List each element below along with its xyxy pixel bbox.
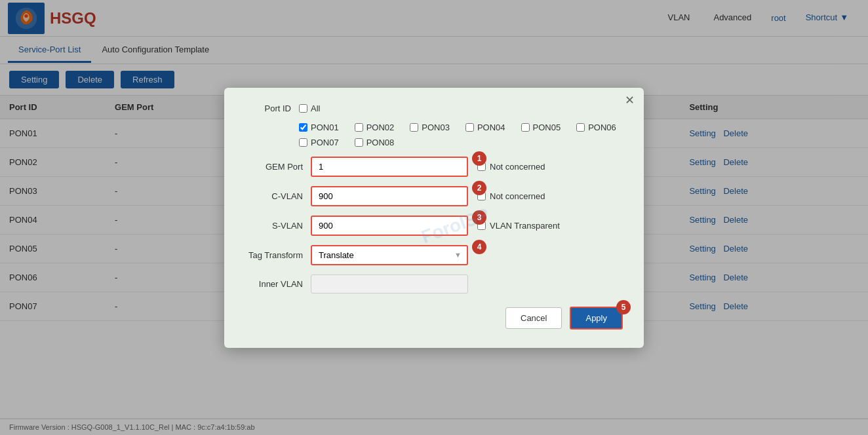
port-id-row: Port ID All <box>245 104 623 113</box>
svlan-row: S-VLAN 3 VLAN Transparent <box>245 216 623 236</box>
badge-4: 4 <box>472 240 486 254</box>
modal-overlay: ForoISP ✕ Port ID All PON01 PON02 PON03 <box>0 0 868 435</box>
pon06-checkbox[interactable] <box>576 123 585 132</box>
svlan-transparent-option: VLAN Transparent <box>477 221 560 231</box>
badge-1: 1 <box>472 151 486 166</box>
all-checkbox-item: All <box>299 104 320 113</box>
pon04-label: PON04 <box>477 123 505 132</box>
apply-button[interactable]: Apply <box>570 307 623 330</box>
pon06-label: PON06 <box>588 123 616 132</box>
pon08-label: PON08 <box>366 138 395 147</box>
badge-2: 2 <box>472 181 486 195</box>
inner-vlan-input[interactable] <box>311 274 468 293</box>
pon05-checkbox[interactable] <box>521 123 530 132</box>
pon05-label: PON05 <box>533 123 561 132</box>
cvlan-label: C-VLAN <box>245 191 311 201</box>
pon04-checkbox[interactable] <box>465 123 474 132</box>
pon03-label: PON03 <box>422 123 450 132</box>
pon07-checkbox[interactable] <box>299 138 307 147</box>
all-label: All <box>311 104 320 113</box>
pon08-checkbox[interactable] <box>355 138 363 147</box>
cvlan-input[interactable] <box>311 186 468 206</box>
inner-vlan-row: Inner VLAN <box>245 274 623 293</box>
pon04-checkbox-item: PON04 <box>465 123 505 132</box>
pon07-label: PON07 <box>311 138 339 147</box>
pon01-checkbox-item: PON01 <box>299 123 339 132</box>
cvlan-not-concerned-option: Not concerned <box>477 191 545 201</box>
pon03-checkbox-item: PON03 <box>410 123 450 132</box>
pon01-label: PON01 <box>311 123 339 132</box>
pon06-checkbox-item: PON06 <box>576 123 616 132</box>
gem-port-label: GEM Port <box>245 162 311 172</box>
badge-5: 5 <box>616 300 631 314</box>
badge-3: 3 <box>472 210 486 225</box>
pon02-checkbox[interactable] <box>355 123 363 132</box>
svlan-input[interactable] <box>311 216 468 236</box>
svlan-transparent-label: VLAN Transparent <box>490 221 560 231</box>
pon-checkbox-group: PON01 PON02 PON03 PON04 PON05 PON06 <box>299 123 623 147</box>
modal-dialog: ForoISP ✕ Port ID All PON01 PON02 PON03 <box>224 88 644 348</box>
gem-port-not-concerned-option: Not concerned <box>477 162 545 172</box>
gem-port-not-concerned-label: Not concerned <box>490 162 545 172</box>
cvlan-not-concerned-label: Not concerned <box>490 191 545 201</box>
gem-port-input[interactable] <box>311 157 468 177</box>
pon02-checkbox-item: PON02 <box>355 123 395 132</box>
pon01-checkbox[interactable] <box>299 123 307 132</box>
inner-vlan-label: Inner VLAN <box>245 279 311 289</box>
gem-port-row: GEM Port 1 Not concerned <box>245 157 623 177</box>
modal-footer: Cancel Apply 5 <box>245 307 623 330</box>
pon03-checkbox[interactable] <box>410 123 418 132</box>
port-id-label: Port ID <box>245 104 291 113</box>
tag-transform-select[interactable]: Translate Add Remove Replace <box>311 245 468 265</box>
pon07-checkbox-item: PON07 <box>299 138 339 147</box>
cancel-button[interactable]: Cancel <box>505 307 562 329</box>
tag-transform-label: Tag Transform <box>245 250 311 260</box>
svlan-label: S-VLAN <box>245 221 311 231</box>
all-checkbox[interactable] <box>299 104 307 113</box>
pon02-label: PON02 <box>366 123 395 132</box>
tag-transform-row: Tag Transform Translate Add Remove Repla… <box>245 245 623 265</box>
cvlan-row: C-VLAN 2 Not concerned <box>245 186 623 206</box>
modal-close-button[interactable]: ✕ <box>625 94 635 106</box>
pon08-checkbox-item: PON08 <box>355 138 395 147</box>
pon05-checkbox-item: PON05 <box>521 123 561 132</box>
